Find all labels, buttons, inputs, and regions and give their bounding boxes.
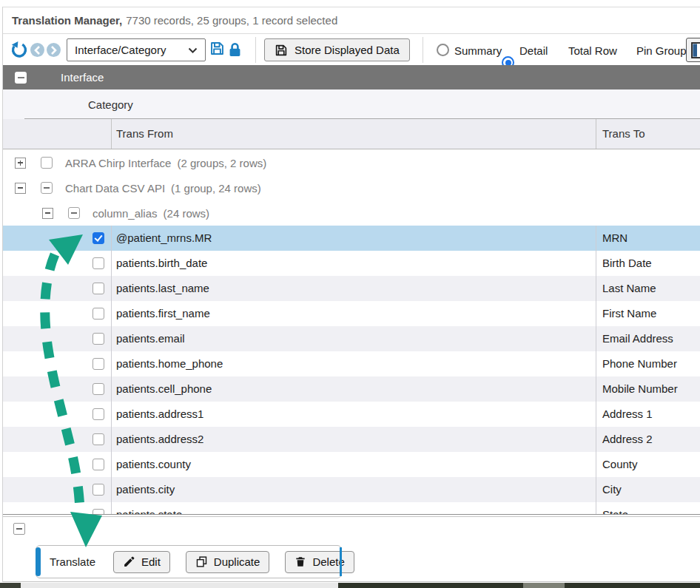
delete-button[interactable]: Delete (285, 551, 354, 573)
row-checkbox-cell (3, 477, 111, 502)
undo-button[interactable] (10, 41, 28, 58)
grid-bottom-border (3, 514, 700, 515)
pin-groups-label[interactable]: Pin Groups (636, 44, 692, 57)
group-row[interactable]: column_alias (24 rows) (3, 200, 700, 226)
group-checkbox[interactable] (41, 182, 53, 194)
group-row[interactable]: ARRA Chirp Interface (2 groups, 2 rows) (3, 150, 700, 175)
table-row[interactable]: patients.county County (3, 452, 700, 477)
row-checkbox[interactable] (92, 232, 104, 244)
trans-from-cell[interactable]: patients.email (111, 326, 596, 351)
group-row[interactable]: Chart Data CSV API (1 group, 24 rows) (3, 175, 700, 200)
row-checkbox[interactable] (92, 408, 104, 420)
chevron-down-icon (188, 47, 198, 53)
row-checkbox[interactable] (92, 509, 104, 514)
lock-icon (228, 41, 242, 58)
summary-radio-label[interactable]: Summary (454, 44, 502, 57)
table-row[interactable]: patients.address2 Address 2 (3, 427, 700, 452)
record-summary: 7730 records, 25 groups, 1 record select… (126, 14, 337, 27)
table-row[interactable]: patients.address1 Address 1 (3, 402, 700, 427)
row-checkbox-cell (3, 502, 111, 514)
pencil-icon (123, 555, 135, 568)
store-displayed-data-button[interactable]: Store Displayed Data (264, 38, 410, 61)
row-checkbox-cell (3, 402, 111, 427)
view-mode-dropdown[interactable]: Interface/Category (67, 38, 206, 61)
detail-radio-label[interactable]: Detail (519, 44, 548, 57)
chevron-right-icon (50, 46, 57, 55)
group-label: column_alias (92, 207, 158, 220)
trans-from-cell[interactable]: patients.home_phone (111, 351, 596, 376)
trans-from-cell[interactable]: @patient_mrns.MR (111, 226, 596, 251)
row-checkbox[interactable] (92, 383, 104, 395)
collapse-interface-icon[interactable] (15, 72, 27, 84)
trans-to-cell[interactable]: State (596, 502, 700, 514)
table-row[interactable]: patients.city City (3, 477, 700, 502)
trans-to-cell[interactable]: First Name (596, 301, 700, 326)
table-row[interactable]: @patient_mrns.MR MRN (3, 226, 700, 251)
trans-to-cell[interactable]: Address 1 (596, 402, 700, 427)
trans-to-cell[interactable]: County (596, 452, 700, 477)
trans-from-cell[interactable]: patients.first_name (111, 301, 596, 326)
save-icon (275, 44, 288, 57)
row-checkbox[interactable] (92, 459, 104, 470)
trans-from-cell[interactable]: patients.state (111, 502, 596, 514)
collapse-panel-icon[interactable] (13, 523, 25, 535)
trans-to-cell[interactable]: City (596, 477, 700, 502)
edit-button[interactable]: Edit (113, 551, 170, 573)
total-row-label[interactable]: Total Row (568, 44, 617, 57)
trans-to-cell[interactable]: Last Name (596, 276, 700, 301)
row-checkbox[interactable] (92, 333, 104, 345)
trans-to-cell[interactable]: Mobile Number (596, 376, 700, 402)
row-checkbox-cell (3, 452, 111, 477)
trans-from-cell[interactable]: patients.last_name (111, 276, 596, 301)
row-checkbox[interactable] (92, 358, 104, 370)
trans-to-column-header[interactable]: Trans To (596, 119, 700, 149)
group-checkbox[interactable] (41, 157, 53, 169)
trans-from-cell[interactable]: patients.county (111, 452, 596, 477)
trans-to-cell[interactable]: MRN (596, 226, 700, 251)
expander-icon[interactable] (15, 158, 26, 169)
interface-group-header: Interface (3, 65, 700, 89)
save-view-button[interactable] (209, 41, 225, 58)
table-row[interactable]: patients.state State (3, 502, 700, 514)
row-checkbox[interactable] (92, 484, 104, 496)
row-checkbox-cell (3, 276, 111, 301)
back-button[interactable] (30, 43, 44, 57)
lock-button[interactable] (228, 41, 242, 60)
trans-to-cell[interactable]: Birth Date (596, 251, 700, 276)
trans-from-cell[interactable]: patients.address1 (111, 402, 596, 427)
table-row[interactable]: patients.email Email Address (3, 326, 700, 351)
row-checkbox-cell (3, 301, 111, 326)
row-checkbox[interactable] (92, 433, 104, 445)
trans-to-cell[interactable]: Email Address (596, 326, 700, 351)
window-border-top (2, 7, 700, 7)
row-checkbox[interactable] (92, 308, 104, 320)
trans-from-cell[interactable]: patients.cell_phone (111, 376, 596, 402)
summary-radio[interactable] (437, 44, 449, 56)
row-checkbox[interactable] (92, 283, 104, 294)
table-row[interactable]: patients.cell_phone Mobile Number (3, 376, 700, 402)
expander-icon[interactable] (15, 183, 26, 194)
interface-header-label: Interface (61, 71, 104, 84)
category-header-label: Category (88, 98, 133, 111)
table-row[interactable]: patients.last_name Last Name (3, 276, 700, 301)
duplicate-button[interactable]: Duplicate (186, 551, 270, 573)
group-checkbox[interactable] (68, 207, 80, 219)
table-row[interactable]: patients.birth_date Birth Date (3, 251, 700, 276)
row-checkbox-cell (3, 351, 111, 376)
panel-toggle-button[interactable] (686, 38, 700, 62)
row-checkbox-cell (3, 376, 111, 402)
row-checkbox[interactable] (92, 257, 104, 269)
forward-button[interactable] (47, 43, 61, 57)
trans-from-cell[interactable]: patients.city (111, 477, 596, 502)
panel-bottom-border (3, 581, 700, 582)
expander-icon[interactable] (42, 208, 53, 219)
trans-from-cell[interactable]: patients.address2 (111, 427, 596, 452)
group-label: ARRA Chirp Interface (65, 157, 171, 169)
bottom-action-panel: Translate Edit Duplicate Delete (3, 516, 700, 581)
trans-to-cell[interactable]: Phone Number (596, 351, 700, 376)
table-row[interactable]: patients.home_phone Phone Number (3, 351, 700, 376)
trans-from-cell[interactable]: patients.birth_date (111, 251, 596, 276)
trans-to-cell[interactable]: Address 2 (596, 427, 700, 452)
table-row[interactable]: patients.first_name First Name (3, 301, 700, 326)
trans-from-column-header[interactable]: Trans From (111, 119, 596, 149)
